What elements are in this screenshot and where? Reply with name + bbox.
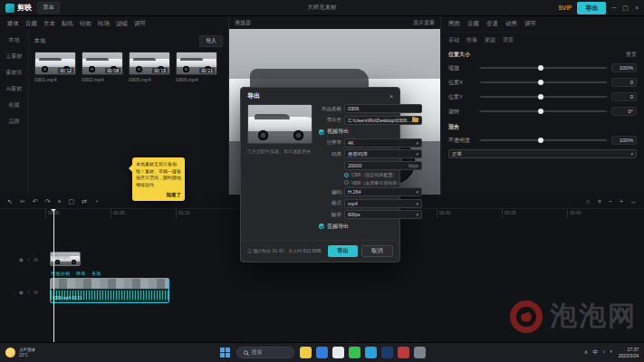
tray-icon[interactable]: ∧: [584, 348, 588, 357]
slider-handle[interactable]: [538, 109, 543, 114]
slider-handle[interactable]: [538, 138, 543, 143]
slider-track[interactable]: [480, 81, 607, 83]
export-button-top[interactable]: 导出: [577, 2, 606, 14]
slider-value[interactable]: 100%: [611, 136, 637, 145]
timeline-tool-icon[interactable]: ⇄: [82, 198, 87, 205]
taskbar-app-icon[interactable]: [365, 347, 377, 358]
slider-track[interactable]: [480, 67, 607, 69]
slider-handle[interactable]: [538, 94, 543, 100]
playhead[interactable]: [53, 209, 54, 342]
export-cover-preview[interactable]: [247, 104, 312, 144]
folder-icon[interactable]: [412, 118, 418, 122]
slider-value[interactable]: 0: [611, 92, 637, 101]
slider-handle[interactable]: [538, 65, 543, 71]
clip-effect-tags[interactable]: 智能补帧 · 降噪 · 美颜: [51, 271, 101, 276]
export-path-input[interactable]: C:\Users\Ro\Desktop\0306…: [344, 116, 422, 125]
fps-select[interactable]: 60fps ▾: [344, 210, 422, 219]
reset-button[interactable]: 重置: [626, 51, 637, 59]
import-button[interactable]: 导入: [199, 35, 223, 47]
taskbar-app-icon[interactable]: [398, 347, 409, 358]
bitrate-select[interactable]: 推荐码率 ▾: [344, 149, 422, 158]
media-sidebar-item[interactable]: AI素材: [6, 85, 23, 93]
start-button[interactable]: [219, 347, 231, 358]
timeline-tool-icon[interactable]: ↖: [7, 198, 13, 205]
media-tab[interactable]: 滤镜: [116, 20, 128, 28]
slider-value[interactable]: 100%: [611, 63, 637, 72]
clip-thumbnail[interactable]: 00:08: [82, 52, 123, 75]
media-sidebar-item[interactable]: 本地: [9, 36, 20, 44]
timeline-tool-icon[interactable]: ↶: [33, 198, 38, 205]
slider-track[interactable]: [480, 139, 607, 141]
track-control-icon[interactable]: ◉: [19, 289, 24, 295]
dialog-close-icon[interactable]: ×: [389, 93, 393, 100]
ruler-tick[interactable]: 00:30: [437, 209, 502, 218]
track-control-icon[interactable]: ⊘: [34, 289, 38, 295]
ruler-tick[interactable]: 00:05: [111, 209, 176, 218]
taskbar-app-icon[interactable]: [316, 347, 328, 358]
codec-select[interactable]: H.264 ▾: [344, 187, 422, 196]
maximize-icon[interactable]: ▢: [622, 5, 629, 12]
taskbar-app-icon[interactable]: [414, 347, 426, 358]
format-select[interactable]: mp4 ▾: [344, 199, 422, 208]
close-icon[interactable]: ×: [635, 5, 639, 12]
taskbar-app-icon[interactable]: [332, 347, 344, 358]
slider-value[interactable]: 0°: [611, 107, 637, 116]
ruler-tick[interactable]: 00:40: [567, 209, 632, 218]
media-tab[interactable]: 贴纸: [62, 20, 73, 28]
clip-thumbnail[interactable]: 00:21: [176, 52, 217, 75]
media-sidebar-item[interactable]: 品牌: [9, 118, 20, 126]
kbps-input[interactable]: 20000 kbps: [344, 161, 422, 170]
taskbar-search[interactable]: 搜索: [236, 347, 294, 358]
timeline-tool-icon[interactable]: +: [620, 198, 623, 205]
vbr-radio[interactable]: [344, 180, 349, 185]
menu-button[interactable]: 菜单: [37, 2, 60, 14]
media-tab[interactable]: 特效: [80, 20, 91, 28]
minimize-icon[interactable]: ─: [611, 5, 616, 12]
properties-subtab[interactable]: 基础: [448, 36, 459, 44]
timeline-tool-icon[interactable]: ◔: [94, 198, 98, 205]
media-tab[interactable]: 媒体: [7, 20, 19, 28]
blend-mode-select[interactable]: 正常 ▾: [448, 149, 637, 158]
properties-subtab[interactable]: 蒙版: [485, 36, 495, 44]
slider-handle[interactable]: [538, 80, 543, 85]
track-control-icon[interactable]: ◉: [19, 256, 24, 262]
work-name-input[interactable]: 0306: [344, 104, 422, 113]
properties-tab[interactable]: 变速: [486, 20, 498, 28]
slider-track[interactable]: [480, 110, 607, 112]
properties-subtab[interactable]: 背景: [503, 36, 514, 44]
track-control-icon[interactable]: ♪: [27, 289, 30, 295]
timeline-tool-icon[interactable]: ∩: [586, 198, 591, 205]
timeline-tool-icon[interactable]: ×: [58, 198, 62, 205]
tray-icon[interactable]: 中: [592, 348, 598, 357]
timeline-tool-icon[interactable]: ▢: [69, 198, 75, 205]
slider-track[interactable]: [480, 96, 607, 98]
cbr-radio[interactable]: [344, 173, 349, 177]
media-tab[interactable]: 音频: [25, 20, 37, 28]
export-confirm-button[interactable]: 导出: [328, 245, 358, 257]
media-sidebar-item[interactable]: 云素材: [6, 52, 23, 61]
tray-icon[interactable]: ◐: [610, 348, 613, 357]
media-clip[interactable]: 00:08 0302.mp4: [82, 52, 123, 82]
properties-tab[interactable]: 画面: [448, 20, 460, 28]
media-tab[interactable]: 调节: [134, 20, 146, 28]
timeline-tool-icon[interactable]: −: [609, 198, 612, 205]
taskbar-weather-widget[interactable]: 大风预警 23°C: [5, 348, 141, 357]
export-cancel-button[interactable]: 取消: [361, 245, 393, 257]
timeline-tool-icon[interactable]: ↷: [45, 198, 51, 205]
media-tab[interactable]: 文本: [43, 20, 55, 28]
media-sidebar-item[interactable]: 素材库: [6, 69, 23, 77]
audio-export-checkbox[interactable]: [319, 224, 324, 229]
timeline-tool-icon[interactable]: ↔: [630, 198, 637, 205]
taskbar-app-icon[interactable]: [349, 347, 360, 358]
taskbar-clock[interactable]: 17:37 2023/3/24: [619, 347, 639, 359]
taskbar-app-icon[interactable]: [300, 347, 312, 358]
tooltip-confirm-button[interactable]: 知道了: [136, 191, 181, 198]
ruler-tick[interactable]: 00:10: [176, 209, 241, 218]
properties-tab[interactable]: 音频: [467, 20, 479, 28]
media-clip[interactable]: 00:12 0301.mp4: [34, 52, 76, 82]
media-clip[interactable]: 00:15 0305.mp4: [129, 52, 170, 82]
properties-tab[interactable]: 动画: [505, 20, 517, 28]
taskbar-app-icon[interactable]: [381, 347, 393, 358]
player-quality[interactable]: 原片质量: [413, 19, 435, 27]
resolution-select[interactable]: 4K ▾: [344, 138, 422, 148]
